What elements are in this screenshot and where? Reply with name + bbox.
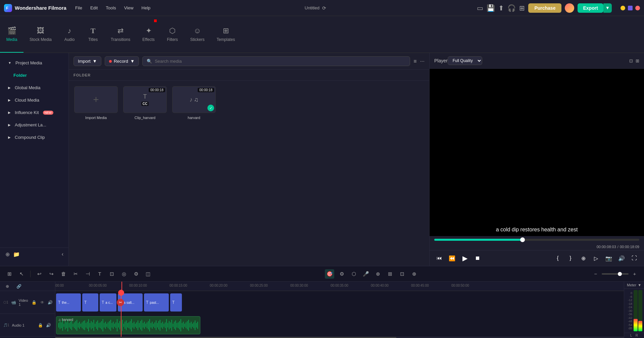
progress-bar[interactable]	[434, 239, 639, 241]
menu-tools[interactable]: Tools	[102, 4, 119, 12]
maximize-button[interactable]	[628, 6, 633, 10]
layout-icon[interactable]: ⊞	[519, 4, 525, 12]
timeline-cut-button[interactable]: ✂	[71, 269, 80, 279]
headphone-icon[interactable]: 🎧	[507, 4, 516, 12]
tab-filters[interactable]: ⬡ Filters	[161, 16, 184, 53]
menu-edit[interactable]: Edit	[87, 4, 101, 12]
zoom-out-button[interactable]: −	[591, 269, 600, 279]
volume-button[interactable]: 🔊	[616, 253, 627, 263]
meter-dropdown-icon[interactable]: ▼	[638, 283, 641, 287]
snapshot-button[interactable]: 📷	[604, 253, 614, 263]
menu-view[interactable]: View	[121, 4, 137, 12]
upload-icon[interactable]: ⬆	[498, 4, 504, 12]
audio-clip-1[interactable]: ♫ harvard	[56, 316, 200, 334]
media-item-clip-harvard[interactable]: 00:00:18 T CC Clip_harvard	[123, 86, 167, 261]
timeline-motion-button[interactable]: ⚙	[337, 269, 346, 279]
progress-thumb[interactable]	[520, 237, 525, 242]
timeline-text-button[interactable]: T	[95, 269, 104, 279]
timeline-delete-button[interactable]: 🗑	[59, 269, 68, 279]
rewind-button[interactable]: ⏮	[434, 253, 444, 263]
timeline-adjust-button[interactable]: ⚙	[131, 269, 141, 279]
timeline-picture-button[interactable]: ⊞	[385, 269, 395, 279]
fullscreen-button[interactable]: ⛶	[629, 253, 639, 263]
timeline-screen-button[interactable]: ⊡	[397, 269, 407, 279]
timeline-scrollbar[interactable]	[55, 337, 624, 338]
audio1-lock-button[interactable]: 🔒	[37, 322, 44, 329]
timeline-content[interactable]: 00:00 00:00:05:00 00:00:10:00 00:00:15:0…	[55, 282, 624, 338]
zoom-in-button[interactable]: +	[630, 269, 639, 279]
add-folder-icon[interactable]: ⊕	[5, 251, 10, 258]
video-clip-6[interactable]: T	[170, 293, 182, 312]
play-prev-frame-button[interactable]: ⏪	[447, 253, 457, 263]
timeline-split-button[interactable]: ⊣	[83, 269, 92, 279]
timeline-undo-button[interactable]: ↩	[35, 269, 44, 279]
link-tracks-button[interactable]: 🔗	[14, 282, 23, 291]
tab-audio[interactable]: ♪ Audio	[58, 16, 81, 53]
record-button[interactable]: Record ▼	[105, 56, 139, 66]
mark-out-button[interactable]: }	[565, 253, 576, 263]
playhead[interactable]	[121, 291, 121, 337]
timeline-freeze-button[interactable]: ◎	[119, 269, 129, 279]
overwrite-button[interactable]: ▷	[591, 253, 601, 263]
add-track-button[interactable]: ⊕	[3, 282, 12, 291]
collapse-icon[interactable]: ‹	[62, 251, 63, 258]
quality-select[interactable]: Full Quality	[448, 56, 482, 65]
tab-stickers[interactable]: ☺ Stickers	[184, 16, 211, 53]
sidebar-item-global-media[interactable]: ▶ Global Media	[3, 82, 66, 94]
save-cloud-icon[interactable]: 💾	[487, 4, 495, 12]
tab-titles[interactable]: T Titles	[81, 16, 105, 53]
video-clip-3[interactable]: T a c...	[100, 293, 116, 312]
tab-transitions[interactable]: ⇄ Transitions	[105, 16, 136, 53]
video-clip-2[interactable]: T	[82, 293, 98, 312]
video1-hide-button[interactable]: 👁	[39, 299, 46, 306]
player-settings-icon[interactable]: ⊞	[636, 58, 639, 63]
sidebar-item-influence-kit[interactable]: ▶ Influence Kit NEW	[3, 107, 66, 118]
timeline-shield-button[interactable]: ⬡	[349, 269, 358, 279]
timeline-stabilize-button[interactable]: ⊕	[373, 269, 383, 279]
timeline-select-button[interactable]: ↖	[17, 269, 26, 279]
monitor-icon[interactable]: ▭	[477, 4, 483, 12]
export-dropdown-button[interactable]: ▼	[603, 3, 612, 13]
avatar[interactable]	[565, 3, 574, 13]
zoom-slider[interactable]	[602, 273, 629, 275]
sidebar-item-project-media[interactable]: ▼ Project Media	[3, 57, 66, 69]
timeline-snapping-button[interactable]: 🎯	[325, 269, 334, 279]
menu-file[interactable]: File	[72, 4, 86, 12]
media-item-harvard[interactable]: 00:00:18 ♪ ♫ ✓ harvard	[172, 86, 216, 261]
search-input[interactable]	[155, 59, 406, 64]
minimize-button[interactable]	[621, 6, 625, 10]
folder-icon[interactable]: 📁	[13, 251, 20, 258]
timeline-insert-button[interactable]: ⊕	[409, 269, 419, 279]
timeline-redo-button[interactable]: ↪	[47, 269, 56, 279]
video1-volume-button[interactable]: 🔊	[47, 299, 54, 306]
audio1-volume-button[interactable]: 🔊	[45, 322, 52, 329]
sidebar-item-cloud-media[interactable]: ▶ Cloud Media	[3, 94, 66, 106]
sidebar-item-adjustment-layer[interactable]: ▶ Adjustment La...	[3, 119, 66, 131]
sidebar-item-compound-clip[interactable]: ▶ Compound Clip	[3, 131, 66, 143]
insert-button[interactable]: ⊕	[578, 253, 588, 263]
menu-help[interactable]: Help	[138, 4, 154, 12]
media-item-import[interactable]: + Import Media	[74, 86, 118, 261]
purchase-button[interactable]: Purchase	[528, 3, 561, 13]
video-clip-1[interactable]: T the...	[56, 293, 81, 312]
expand-icon[interactable]: ⊡	[629, 58, 633, 63]
timeline-grid-button[interactable]: ⊞	[5, 269, 14, 279]
close-button[interactable]	[635, 6, 640, 10]
more-options-icon[interactable]: ···	[420, 58, 425, 64]
filter-icon[interactable]: ≡	[413, 58, 416, 64]
play-button[interactable]: ▶	[460, 253, 470, 263]
mark-in-button[interactable]: {	[553, 253, 563, 263]
stop-button[interactable]: ⏹	[473, 253, 483, 263]
tab-media[interactable]: 🎬 Media	[0, 16, 23, 53]
video1-lock-button[interactable]: 🔒	[31, 299, 38, 306]
tab-templates[interactable]: ⊞ Templates	[210, 16, 241, 53]
timeline-mic-button[interactable]: 🎤	[361, 269, 370, 279]
tab-stock-media[interactable]: 🖼 Stock Media	[23, 16, 58, 53]
search-box[interactable]: 🔍	[142, 56, 410, 66]
sidebar-item-folder[interactable]: Folder	[3, 69, 66, 81]
timeline-composite-button[interactable]: ◫	[143, 269, 153, 279]
video-clip-5[interactable]: T past...	[144, 293, 169, 312]
export-button[interactable]: Export	[578, 3, 603, 13]
import-button[interactable]: Import ▼	[73, 56, 101, 66]
timeline-crop-button[interactable]: ⊡	[107, 269, 116, 279]
